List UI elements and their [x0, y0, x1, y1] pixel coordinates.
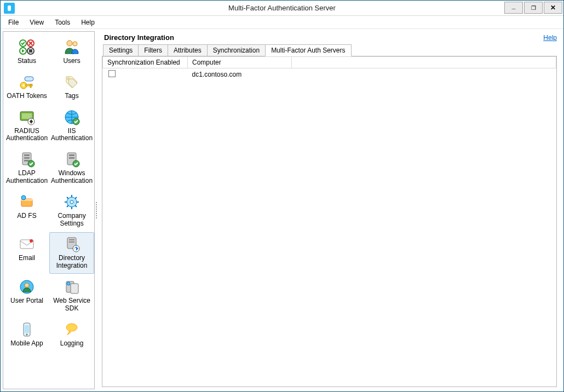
mobile-icon	[18, 320, 36, 339]
status-icon	[18, 38, 36, 56]
svg-line-38	[67, 197, 68, 199]
nav-label: Email	[19, 255, 35, 262]
nav-label: User Portal	[10, 297, 43, 305]
col-computer[interactable]: Computer	[188, 57, 292, 68]
menu-tools[interactable]: Tools	[49, 17, 76, 28]
tab-mfa-servers[interactable]: Multi-Factor Auth Servers	[265, 44, 351, 56]
minimize-button[interactable]: _	[504, 2, 523, 14]
nav-label: LDAP Authentication	[6, 170, 48, 185]
svg-point-54	[67, 282, 70, 285]
nav-ldap-auth[interactable]: LDAP Authentication	[4, 147, 49, 189]
nav-mobile-app[interactable]: Mobile App	[4, 318, 49, 351]
tab-synchronization[interactable]: Synchronization	[207, 44, 266, 56]
iis-icon	[62, 108, 81, 126]
svg-point-51	[25, 283, 29, 287]
nav-label: Web Service SDK	[51, 297, 93, 313]
maximize-button[interactable]: ❐	[524, 2, 543, 14]
svg-rect-5	[29, 49, 32, 53]
ldap-icon	[18, 150, 36, 169]
page-title: Directory Integration	[104, 33, 174, 42]
email-icon	[18, 235, 36, 253]
nav-label: Logging	[60, 340, 84, 348]
svg-point-7	[73, 42, 77, 46]
svg-point-58	[66, 324, 77, 331]
nav-web-service-sdk[interactable]: Web Service SDK	[49, 275, 94, 316]
directory-icon	[62, 235, 81, 253]
nav-logging[interactable]: Logging	[49, 318, 94, 351]
user-portal-icon	[18, 278, 36, 296]
nav-status[interactable]: Status	[4, 35, 49, 69]
svg-rect-45	[69, 239, 74, 240]
svg-rect-15	[22, 113, 32, 119]
svg-line-40	[75, 197, 77, 199]
menu-view[interactable]: View	[24, 17, 49, 28]
sync-enabled-checkbox[interactable]	[108, 70, 116, 77]
nav-company-settings[interactable]: Company Settings	[49, 190, 94, 232]
sidebar: Status Users OATH Tokens	[3, 31, 95, 389]
svg-line-39	[75, 205, 77, 207]
body-area: Status Users OATH Tokens	[1, 29, 563, 391]
tab-attributes[interactable]: Attributes	[168, 44, 208, 56]
svg-rect-46	[69, 241, 74, 243]
nav-tags[interactable]: Tags	[49, 70, 94, 104]
nav-label: OATH Tokens	[7, 93, 47, 100]
nav-label: Windows Authentication	[51, 170, 93, 185]
close-button[interactable]: ✕	[544, 2, 562, 14]
nav-label: Tags	[65, 93, 78, 100]
servers-table: Synchronization Enabled Computer dc1.con…	[102, 56, 556, 80]
nav-iis-auth[interactable]: IIS Authentication	[49, 105, 94, 147]
nav-users[interactable]: Users	[49, 35, 94, 69]
svg-rect-53	[71, 284, 78, 293]
table-row[interactable]: dc1.contoso.com	[103, 68, 556, 81]
help-link[interactable]: Help	[543, 34, 557, 42]
nav-label: IIS Authentication	[51, 128, 93, 143]
nav-directory-integration[interactable]: Directory Integration	[49, 232, 94, 274]
nav-label: RADIUS Authentication	[6, 128, 48, 143]
menu-help[interactable]: Help	[76, 17, 100, 28]
app-icon	[4, 3, 15, 14]
nav-label: Users	[63, 57, 80, 65]
main-content: Directory Integration Help Settings Filt…	[97, 29, 563, 391]
tags-icon	[62, 73, 81, 91]
cell-computer: dc1.contoso.com	[188, 68, 292, 81]
svg-rect-12	[30, 84, 31, 88]
adfs-icon	[18, 193, 36, 211]
svg-point-57	[26, 333, 28, 335]
key-icon	[18, 73, 36, 91]
window-title: Multi-Factor Authentication Server	[1, 4, 563, 12]
menubar: File View Tools Help	[1, 16, 563, 29]
nav-radius-auth[interactable]: RADIUS Authentication	[4, 105, 49, 147]
menu-file[interactable]: File	[3, 17, 24, 28]
gear-icon	[62, 193, 81, 211]
svg-rect-22	[24, 157, 30, 159]
window-controls: _ ❐ ✕	[504, 1, 563, 15]
svg-point-6	[67, 41, 72, 46]
tab-panel: Synchronization Enabled Computer dc1.con…	[102, 56, 557, 387]
nav-adfs[interactable]: AD FS	[4, 190, 49, 232]
svg-rect-27	[69, 157, 74, 159]
titlebar[interactable]: Multi-Factor Authentication Server _ ❐ ✕	[1, 1, 563, 16]
tab-filters[interactable]: Filters	[138, 44, 168, 56]
col-sync-enabled[interactable]: Synchronization Enabled	[103, 57, 188, 68]
users-icon	[62, 38, 81, 56]
radius-icon	[18, 108, 36, 126]
nav-oath-tokens[interactable]: OATH Tokens	[4, 70, 49, 104]
nav-user-portal[interactable]: User Portal	[4, 275, 49, 316]
nav-label: AD FS	[17, 212, 36, 220]
nav-label: Directory Integration	[51, 255, 93, 270]
svg-point-31	[21, 195, 26, 200]
svg-rect-26	[69, 154, 74, 156]
nav-windows-auth[interactable]: Windows Authentication	[49, 147, 94, 189]
tab-settings[interactable]: Settings	[103, 44, 139, 56]
svg-point-33	[70, 200, 73, 204]
nav-email[interactable]: Email	[4, 232, 49, 274]
svg-rect-21	[24, 154, 30, 156]
svg-rect-56	[25, 325, 29, 333]
app-window: Multi-Factor Authentication Server _ ❐ ✕…	[0, 0, 564, 392]
col-spacer	[292, 57, 556, 68]
nav-label: Mobile App	[10, 340, 43, 348]
windows-auth-icon	[62, 150, 81, 169]
svg-point-10	[22, 84, 25, 87]
logging-icon	[62, 320, 81, 339]
nav-label: Company Settings	[51, 212, 93, 228]
